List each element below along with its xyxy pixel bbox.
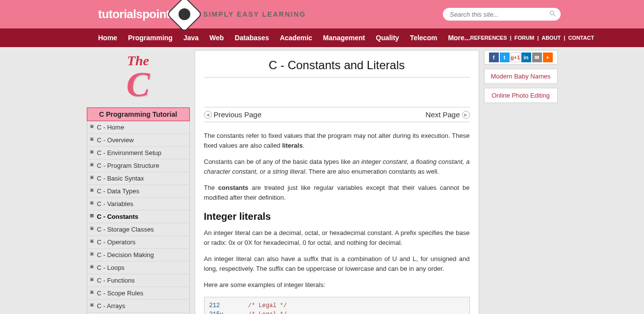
paragraph: The constants refer to fixed values that… [204, 131, 470, 150]
share-box: f t g+1 in ✉ + [484, 50, 558, 65]
sidebar-item[interactable]: C - Storage Classes [87, 223, 189, 236]
prev-label: Previous Page [214, 110, 262, 119]
nav-item[interactable]: Management [323, 34, 365, 42]
next-page-link[interactable]: Next Page▶ [425, 110, 469, 119]
nav-secondary-item[interactable]: FORUM [515, 35, 534, 41]
sidebar-item[interactable]: C - Scope Rules [87, 287, 189, 300]
sidebar-item[interactable]: C - Environment Setup [87, 147, 189, 159]
nav-secondary-item[interactable]: REFERENCES [470, 35, 507, 41]
title-divider [204, 77, 470, 78]
brand-tagline: SIMPLY EASY LEARNING [203, 10, 306, 18]
sidebar-item[interactable]: C - Basic Syntax [87, 172, 189, 185]
paragraph: An integer literal can also have a suffi… [204, 254, 470, 273]
sidebar-item[interactable]: C - Data Types [87, 185, 189, 198]
sidebar-item[interactable]: C - Constants [87, 210, 189, 223]
search-wrap [443, 8, 561, 21]
paragraph: Constants can be of any of the basic dat… [204, 157, 470, 176]
sidebar: The C C Programming Tutorial C - HomeC -… [87, 50, 190, 314]
logo-c: C [87, 69, 190, 101]
nav-item[interactable]: Telecom [410, 34, 438, 42]
next-label: Next Page [425, 110, 460, 119]
page-title: C - Constants and Literals [204, 55, 470, 77]
sidebar-logo: The C [87, 50, 190, 107]
sidebar-item[interactable]: C - Operators [87, 236, 189, 249]
article-body: The constants refer to fixed values that… [204, 131, 470, 314]
sidebar-item[interactable]: C - Functions [87, 274, 189, 287]
promo-link[interactable]: Online Photo Editing [484, 88, 558, 103]
next-icon: ▶ [462, 111, 470, 119]
logo-area: tutorialspoint SIMPLY EASY LEARNING [98, 1, 306, 27]
paragraph: Here are some examples of integer litera… [204, 280, 470, 290]
pager: ◀Previous Page Next Page▶ [204, 107, 470, 122]
code-block: 212 /* Legal */ 215u /* Legal */ 0xFeeL … [204, 297, 470, 314]
nav-bar: HomeProgrammingJavaWebDatabasesAcademicM… [0, 28, 644, 47]
paragraph: An integer literal can be a decimal, oct… [204, 228, 470, 247]
sidebar-item[interactable]: C - Program Structure [87, 159, 189, 172]
nav-secondary-item[interactable]: ABOUT [541, 35, 561, 41]
brand-name: tutorialspoint [98, 7, 170, 21]
main-content: C - Constants and Literals ◀Previous Pag… [195, 50, 479, 314]
right-column: f t g+1 in ✉ + Modern Baby NamesOnline P… [484, 50, 558, 314]
sidebar-item[interactable]: C - Arrays [87, 300, 189, 313]
mail-icon[interactable]: ✉ [532, 52, 542, 62]
nav-item[interactable]: Academic [280, 34, 312, 42]
linkedin-icon[interactable]: in [521, 52, 531, 62]
sidebar-item[interactable]: C - Home [87, 121, 189, 134]
nav-item[interactable]: More... [448, 34, 470, 42]
twitter-icon[interactable]: t [500, 52, 510, 62]
nav-item[interactable]: Java [183, 34, 199, 42]
search-button[interactable] [548, 9, 558, 19]
nav-main: HomeProgrammingJavaWebDatabasesAcademicM… [98, 34, 470, 42]
sidebar-item[interactable]: C - Variables [87, 198, 189, 210]
facebook-icon[interactable]: f [489, 52, 499, 62]
promos: Modern Baby NamesOnline Photo Editing [484, 69, 558, 103]
sidebar-item[interactable]: C - Loops [87, 262, 189, 274]
nav-secondary: REFERENCES|FORUM|ABOUT|CONTACT [470, 35, 594, 41]
heading-integer-literals: Integer literals [204, 211, 470, 222]
nav-item[interactable]: Web [209, 34, 224, 42]
prev-page-link[interactable]: ◀Previous Page [204, 110, 262, 119]
nav-item[interactable]: Quality [376, 34, 399, 42]
googleplus-icon[interactable]: g+1 [511, 52, 520, 62]
sidebar-item[interactable]: C - Overview [87, 134, 189, 147]
search-icon [549, 10, 557, 18]
sidebar-item[interactable]: C - Decision Making [87, 249, 189, 262]
promo-link[interactable]: Modern Baby Names [484, 69, 558, 84]
nav-item[interactable]: Home [98, 34, 117, 42]
nav-secondary-item[interactable]: CONTACT [568, 35, 594, 41]
top-bar: tutorialspoint SIMPLY EASY LEARNING [0, 0, 644, 28]
paragraph: The constants are treated just like regu… [204, 183, 470, 202]
sidebar-header: C Programming Tutorial [87, 107, 190, 121]
nav-item[interactable]: Programming [128, 34, 173, 42]
container: The C C Programming Tutorial C - HomeC -… [87, 47, 558, 314]
sidebar-list: C - HomeC - OverviewC - Environment Setu… [87, 121, 190, 314]
prev-icon: ◀ [204, 111, 212, 119]
addthis-icon[interactable]: + [543, 52, 553, 62]
nav-item[interactable]: Databases [234, 34, 269, 42]
search-input[interactable] [443, 8, 561, 21]
brand-icon [167, 0, 203, 32]
